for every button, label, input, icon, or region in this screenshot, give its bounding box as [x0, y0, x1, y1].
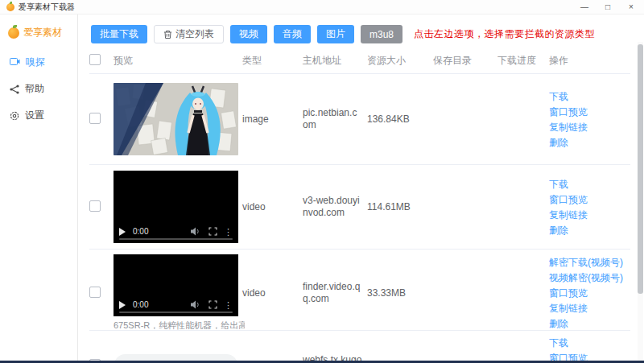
type-cell: video [242, 196, 303, 217]
video-monitor-icon [10, 58, 20, 67]
toolbar: 批量下载 清空列表 视频 音频 图片 m3u8 点击左边选项，选择需要拦截的资源… [91, 25, 644, 43]
trash-icon [163, 30, 172, 39]
download-link[interactable]: 下载 [549, 177, 625, 192]
table-row: 0:00 ⋮ 675SR- [89, 250, 630, 331]
size-cell: 33.33MB [367, 283, 433, 303]
col-host: 主机地址 [303, 54, 367, 68]
titlebar: 爱享素材下载器 — □ × [0, 0, 644, 14]
window-preview-link[interactable]: 窗口预览 [549, 105, 625, 119]
brand-name: 爱享素材 [23, 26, 62, 39]
close-button[interactable]: × [626, 2, 636, 11]
video-caption: 675SR-R，纯粹性能机器，给出高性能跑车的新 [114, 320, 245, 332]
scrollbar-thumb[interactable] [638, 44, 643, 294]
play-icon[interactable] [119, 228, 126, 236]
sidebar-item-label: 帮助 [25, 82, 44, 96]
actions-cell: 下载 窗口预览 复制链接 删除 [549, 172, 630, 242]
sidebar-item-label: 嗅探 [26, 56, 45, 69]
gear-icon [10, 111, 19, 121]
actions-cell: 下载 窗口预览 复制链接 删除 [549, 85, 630, 155]
window-preview-link[interactable]: 窗口预览 [549, 286, 625, 300]
progress-cell [497, 202, 549, 212]
type-cell: video [242, 283, 303, 303]
volume-icon[interactable] [191, 227, 200, 236]
volume-icon[interactable] [191, 300, 200, 309]
fullscreen-icon[interactable] [208, 300, 217, 309]
more-options-icon[interactable]: ⋮ [224, 301, 233, 309]
video-time: 0:00 [133, 227, 148, 236]
delete-link[interactable]: 删除 [549, 223, 625, 237]
delete-link[interactable]: 删除 [549, 135, 625, 150]
vertical-scrollbar[interactable] [638, 42, 643, 361]
select-all-checkbox[interactable] [89, 54, 101, 65]
decrypt-download-link[interactable]: 解密下载(视频号) [549, 255, 625, 270]
fullscreen-icon[interactable] [208, 227, 217, 236]
sidebar-item-sniff[interactable]: 嗅探 [0, 49, 77, 76]
actions-cell: 解密下载(视频号) 视频解密(视频号) 窗口预览 复制链接 删除 [549, 250, 630, 336]
copy-link-link[interactable]: 复制链接 [549, 208, 625, 222]
host-cell: finder.video.qq.com [303, 276, 367, 310]
delete-link[interactable]: 删除 [549, 316, 625, 331]
video-player[interactable]: 0:00 ⋮ [114, 171, 238, 243]
filter-video-button[interactable]: 视频 [230, 25, 267, 43]
video-player[interactable]: 0:00 ⋮ [114, 254, 238, 316]
video-time: 0:00 [133, 300, 148, 309]
seek-bar[interactable] [119, 238, 233, 240]
batch-download-button[interactable]: 批量下载 [91, 25, 147, 43]
savedir-cell [433, 114, 497, 124]
size-cell: 114.61MB [367, 196, 433, 217]
brand: 爱享素材 [0, 23, 77, 49]
app-icon [6, 3, 14, 11]
col-savedir: 保存目录 [433, 54, 497, 68]
sidebar-item-help[interactable]: 帮助 [0, 76, 77, 102]
window-title: 爱享素材下载器 [19, 2, 75, 13]
filter-image-button[interactable]: 图片 [317, 25, 354, 43]
progress-cell [497, 288, 549, 298]
table-row: image pic.netbian.com 136.84KB 下载 窗口预览 复… [89, 74, 630, 165]
row-checkbox[interactable] [89, 200, 101, 212]
size-cell: 136.84KB [367, 109, 433, 130]
col-type: 类型 [242, 54, 303, 68]
table-header: 预览 类型 主机地址 资源大小 保存目录 下载进度 操作 [89, 50, 630, 74]
share-icon [10, 85, 19, 94]
window-controls: — □ × [580, 2, 638, 11]
resource-table: 预览 类型 主机地址 资源大小 保存目录 下载进度 操作 [89, 50, 630, 363]
minimize-button[interactable]: — [580, 2, 589, 11]
filter-m3u8-button[interactable]: m3u8 [361, 25, 402, 43]
filter-hint-text: 点击左边选项，选择需要拦截的资源类型 [414, 27, 595, 41]
col-size: 资源大小 [367, 54, 433, 68]
seek-bar[interactable] [119, 311, 233, 313]
actions-cell: 下载 窗口预览 复制链接 删除 [549, 331, 630, 363]
progress-cell [497, 114, 549, 124]
sidebar-item-label: 设置 [25, 109, 44, 122]
sidebar-item-settings[interactable]: 设置 [0, 102, 77, 129]
clear-list-label: 清空列表 [175, 27, 214, 41]
window-preview-link[interactable]: 窗口预览 [549, 192, 625, 207]
download-link[interactable]: 下载 [549, 336, 625, 350]
sidebar: 爱享素材 嗅探 帮助 设置 [0, 14, 78, 361]
maximize-button[interactable]: □ [603, 2, 613, 11]
main-panel: 批量下载 清空列表 视频 音频 图片 m3u8 点击左边选项，选择需要拦截的资源… [78, 14, 644, 361]
host-cell: v3-web.douyinvod.com [303, 190, 367, 224]
orange-logo-icon [8, 27, 19, 39]
savedir-cell [433, 202, 497, 212]
table-row: 0:00 ⋮ [89, 165, 630, 250]
savedir-cell [433, 288, 497, 298]
more-options-icon[interactable]: ⋮ [224, 228, 233, 236]
host-cell: pic.netbian.com [303, 102, 367, 136]
play-icon[interactable] [119, 301, 126, 309]
copy-link-link[interactable]: 复制链接 [549, 120, 625, 134]
type-cell: image [242, 109, 303, 130]
image-thumbnail[interactable] [114, 83, 238, 155]
video-decrypt-link[interactable]: 视频解密(视频号) [549, 270, 625, 285]
download-link[interactable]: 下载 [549, 89, 625, 104]
copy-link-link[interactable]: 复制链接 [549, 301, 625, 316]
col-preview: 预览 [114, 54, 242, 68]
filter-audio-button[interactable]: 音频 [274, 25, 311, 43]
col-actions: 操作 [549, 54, 630, 68]
row-checkbox[interactable] [89, 113, 101, 124]
row-checkbox[interactable] [89, 287, 101, 298]
clear-list-button[interactable]: 清空列表 [154, 25, 224, 43]
col-progress: 下载进度 [497, 54, 549, 68]
